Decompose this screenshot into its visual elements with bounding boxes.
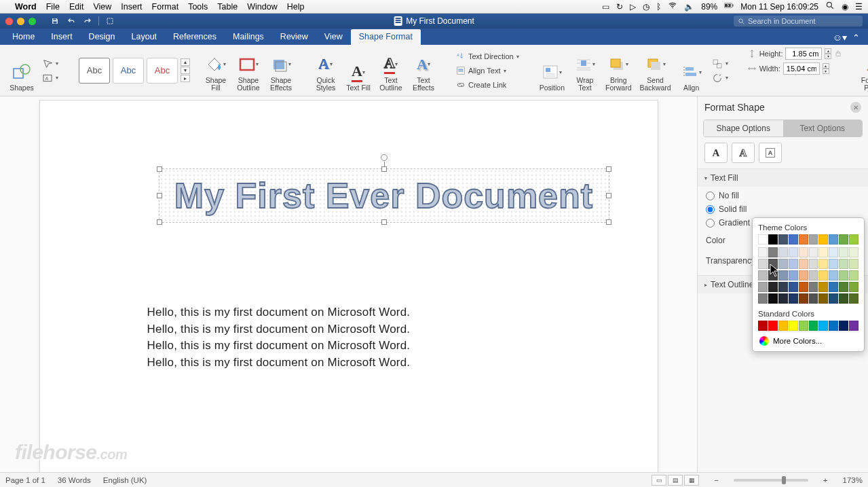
gallery-more-icon[interactable]: ▸ bbox=[181, 75, 190, 82]
section-text-fill[interactable]: ▾Text Fill bbox=[698, 169, 868, 187]
pane-tab-text-options[interactable]: Text Options bbox=[783, 120, 863, 137]
menu-window[interactable]: Window bbox=[247, 2, 277, 12]
menu-file[interactable]: File bbox=[46, 2, 60, 12]
color-swatch[interactable] bbox=[839, 259, 848, 269]
resize-handle[interactable] bbox=[157, 193, 162, 198]
align-button[interactable]: ▾Align bbox=[677, 48, 706, 94]
color-swatch[interactable] bbox=[818, 293, 828, 304]
width-input[interactable] bbox=[783, 62, 820, 75]
color-swatch[interactable] bbox=[799, 282, 808, 292]
height-input[interactable] bbox=[785, 48, 822, 60]
share-icon[interactable]: ☺▾ bbox=[833, 32, 847, 43]
color-swatch[interactable] bbox=[809, 247, 818, 257]
resize-handle[interactable] bbox=[606, 166, 611, 172]
height-up-icon[interactable]: ▴ bbox=[825, 48, 831, 54]
color-swatch[interactable] bbox=[758, 270, 768, 281]
wifi-icon[interactable] bbox=[668, 1, 677, 12]
color-swatch[interactable] bbox=[829, 259, 838, 269]
tab-mailings[interactable]: Mailings bbox=[225, 29, 272, 45]
color-swatch[interactable] bbox=[849, 234, 858, 245]
style-gallery-item[interactable]: Abc bbox=[147, 58, 178, 84]
color-swatch[interactable] bbox=[768, 259, 778, 269]
color-swatch[interactable] bbox=[809, 282, 818, 292]
tab-insert[interactable]: Insert bbox=[43, 29, 80, 45]
position-button[interactable]: ▾Position bbox=[537, 48, 567, 94]
color-swatch[interactable] bbox=[829, 293, 838, 304]
insert-shapes-button[interactable]: Shapes bbox=[7, 48, 37, 94]
color-swatch[interactable] bbox=[818, 247, 828, 257]
color-swatch[interactable] bbox=[829, 282, 838, 292]
color-swatch[interactable] bbox=[768, 270, 778, 281]
color-swatch[interactable] bbox=[768, 247, 778, 257]
color-swatch[interactable] bbox=[809, 270, 818, 281]
view-print-icon[interactable]: ▤ bbox=[668, 475, 683, 486]
text-effects-category-icon[interactable]: A bbox=[732, 143, 755, 163]
resize-handle[interactable] bbox=[157, 219, 162, 225]
color-swatch[interactable] bbox=[818, 321, 828, 331]
color-swatch[interactable] bbox=[758, 247, 768, 257]
qat-save-icon[interactable] bbox=[48, 16, 62, 26]
rotate-handle[interactable] bbox=[381, 154, 388, 161]
color-swatch[interactable] bbox=[778, 321, 788, 331]
video-icon[interactable]: ▭ bbox=[602, 2, 609, 12]
resize-handle[interactable] bbox=[381, 219, 387, 225]
tab-home[interactable]: Home bbox=[4, 29, 43, 45]
resize-handle[interactable] bbox=[157, 166, 162, 172]
tab-layout[interactable]: Layout bbox=[124, 29, 166, 45]
tab-shape-format[interactable]: Shape Format bbox=[351, 29, 421, 45]
color-swatch[interactable] bbox=[768, 234, 778, 245]
volume-icon[interactable]: 🔈 bbox=[684, 2, 694, 12]
color-swatch[interactable] bbox=[778, 293, 788, 304]
bring-forward-button[interactable]: ▾Bring Forward bbox=[603, 48, 635, 94]
color-swatch[interactable] bbox=[758, 321, 768, 331]
tab-review[interactable]: Review bbox=[272, 29, 316, 45]
color-swatch[interactable] bbox=[839, 282, 848, 292]
color-swatch[interactable] bbox=[768, 293, 778, 304]
text-box-icon[interactable]: A▾ bbox=[39, 71, 61, 85]
text-effects-button[interactable]: A▾Text Effects bbox=[409, 48, 438, 94]
notification-center-icon[interactable]: ☰ bbox=[855, 2, 863, 12]
format-pane-button[interactable]: Format Pane bbox=[857, 48, 868, 94]
color-swatch[interactable] bbox=[809, 293, 818, 304]
width-up-icon[interactable]: ▴ bbox=[823, 63, 829, 69]
spotlight-icon[interactable] bbox=[825, 1, 835, 12]
group-button[interactable]: ▾ bbox=[709, 57, 731, 71]
menu-tools[interactable]: Tools bbox=[188, 2, 208, 12]
qat-selection-icon[interactable] bbox=[103, 16, 117, 26]
tab-design[interactable]: Design bbox=[81, 29, 124, 45]
lock-aspect-icon[interactable] bbox=[834, 50, 842, 58]
color-swatch[interactable] bbox=[809, 259, 818, 269]
color-swatch[interactable] bbox=[818, 282, 828, 292]
airplay-icon[interactable]: ▷ bbox=[630, 2, 636, 12]
menu-insert[interactable]: Insert bbox=[121, 2, 142, 12]
color-swatch[interactable] bbox=[768, 282, 778, 292]
updates-icon[interactable]: ↻ bbox=[616, 2, 623, 12]
color-swatch[interactable] bbox=[799, 321, 808, 331]
style-gallery-item[interactable]: Abc bbox=[79, 58, 110, 84]
more-colors-button[interactable]: More Colors... bbox=[758, 331, 858, 347]
wrap-text-button[interactable]: ▾Wrap Text bbox=[570, 48, 600, 94]
window-zoom-button[interactable] bbox=[29, 18, 36, 25]
color-swatch[interactable] bbox=[768, 321, 778, 331]
color-swatch[interactable] bbox=[839, 321, 848, 331]
view-web-icon[interactable]: ▦ bbox=[684, 475, 699, 486]
timemachine-icon[interactable]: ◷ bbox=[643, 2, 649, 12]
height-down-icon[interactable]: ▾ bbox=[825, 54, 831, 59]
color-swatch[interactable] bbox=[778, 247, 788, 257]
color-swatch[interactable] bbox=[789, 259, 798, 269]
send-backward-button[interactable]: ▾Send Backward bbox=[637, 48, 674, 94]
window-close-button[interactable] bbox=[5, 18, 13, 25]
color-swatch[interactable] bbox=[839, 234, 848, 245]
resize-handle[interactable] bbox=[606, 219, 611, 225]
zoom-in-button[interactable]: + bbox=[820, 476, 831, 484]
zoom-value[interactable]: 173% bbox=[843, 476, 863, 484]
qat-redo-icon[interactable] bbox=[81, 16, 94, 26]
shape-outline-button[interactable]: ▾Shape Outline bbox=[233, 48, 263, 94]
pane-close-icon[interactable]: ✕ bbox=[850, 102, 861, 113]
menu-table[interactable]: Table bbox=[217, 2, 238, 12]
color-swatch[interactable] bbox=[778, 234, 788, 245]
search-in-document[interactable]: Search in Document bbox=[734, 16, 863, 26]
bluetooth-icon[interactable]: ᛒ bbox=[656, 2, 661, 12]
color-swatch[interactable] bbox=[778, 270, 788, 281]
text-fill-outline-category-icon[interactable]: A bbox=[704, 143, 728, 163]
